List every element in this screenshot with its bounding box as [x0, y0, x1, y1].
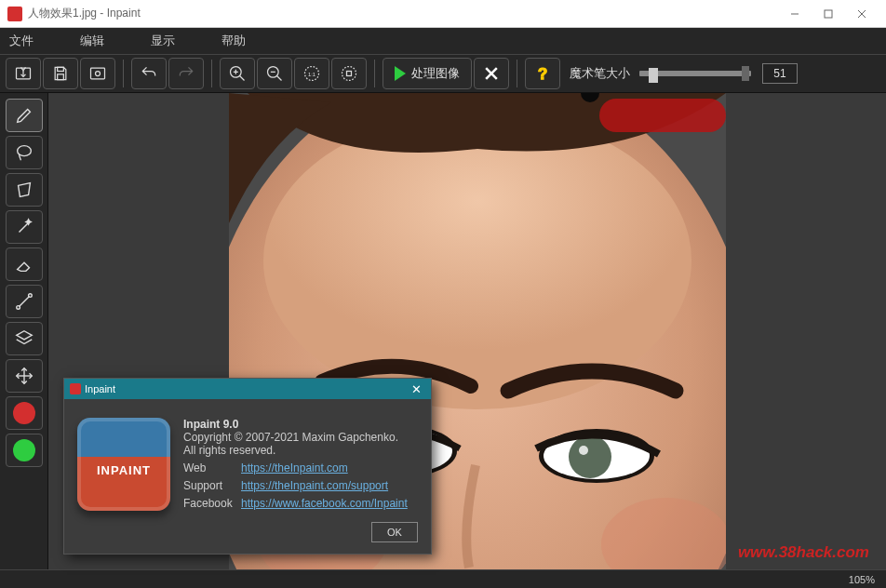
- about-ok-button[interactable]: OK: [371, 522, 418, 542]
- zoom-level: 105%: [849, 574, 875, 585]
- save-button[interactable]: [43, 58, 78, 89]
- selection-mask: [599, 99, 726, 132]
- eraser-tool[interactable]: [6, 247, 43, 281]
- svg-line-29: [20, 297, 30, 307]
- about-app-icon: [70, 383, 81, 394]
- cancel-button[interactable]: [474, 58, 509, 89]
- process-button[interactable]: 处理图像: [383, 58, 472, 89]
- svg-rect-7: [58, 74, 64, 80]
- statusbar: 105%: [0, 569, 886, 588]
- zoom-actual-button[interactable]: 1:1: [294, 58, 329, 89]
- web-label: Web: [183, 461, 241, 474]
- zoom-out-button[interactable]: [257, 58, 292, 89]
- zoom-fit-button[interactable]: [331, 58, 367, 89]
- magic-wand-tool[interactable]: [6, 210, 43, 244]
- maximize-button[interactable]: [812, 0, 845, 28]
- about-dialog: Inpaint ✕ INPAINT Inpaint 9.0 Copyright …: [63, 378, 432, 555]
- svg-line-11: [240, 76, 245, 81]
- svg-rect-8: [91, 68, 105, 79]
- close-button[interactable]: [845, 0, 879, 28]
- svg-point-35: [263, 112, 691, 409]
- about-logo: INPAINT: [77, 418, 170, 511]
- polygon-tool[interactable]: [6, 173, 43, 207]
- menu-view[interactable]: 显示: [151, 33, 175, 49]
- undo-button[interactable]: [131, 58, 167, 89]
- slider-label: 魔术笔大小: [570, 65, 630, 82]
- menubar: 文件 编辑 显示 帮助: [0, 28, 886, 54]
- line-tool[interactable]: [6, 285, 43, 318]
- watermark: www.38hack.com: [738, 543, 869, 562]
- about-titlebar[interactable]: Inpaint ✕: [64, 379, 431, 399]
- lasso-tool[interactable]: [6, 136, 43, 169]
- about-title: Inpaint: [85, 383, 407, 394]
- svg-rect-6: [58, 67, 64, 71]
- menu-file[interactable]: 文件: [9, 33, 34, 49]
- web-link[interactable]: https://theInpaint.com: [241, 461, 348, 474]
- svg-rect-20: [347, 72, 352, 76]
- support-label: Support: [183, 479, 241, 492]
- menu-help[interactable]: 帮助: [222, 33, 246, 49]
- svg-text:?: ?: [538, 65, 547, 83]
- about-info: Inpaint 9.0 Copyright © 2007-2021 Maxim …: [183, 418, 418, 511]
- svg-marker-30: [17, 331, 33, 340]
- process-label: 处理图像: [411, 65, 460, 82]
- app-icon: [7, 7, 22, 21]
- minimize-button[interactable]: [778, 0, 812, 28]
- green-mask-button[interactable]: [6, 434, 43, 467]
- svg-rect-1: [825, 10, 832, 18]
- svg-line-15: [277, 76, 282, 81]
- about-rights: All rights reserved.: [183, 444, 418, 457]
- sidebar: [0, 93, 48, 569]
- brush-size-input[interactable]: [762, 63, 798, 84]
- svg-point-19: [342, 67, 356, 81]
- svg-point-45: [579, 446, 588, 455]
- svg-point-9: [96, 72, 101, 76]
- red-mask-button[interactable]: [6, 396, 43, 430]
- facebook-link[interactable]: https://www.facebook.com/Inpaint: [241, 497, 408, 510]
- move-tool[interactable]: [6, 359, 43, 393]
- layers-tool[interactable]: [6, 322, 43, 355]
- titlebar: 人物效果1.jpg - Inpaint: [0, 0, 886, 28]
- svg-point-43: [569, 435, 611, 478]
- about-close-button[interactable]: ✕: [407, 382, 425, 396]
- support-link[interactable]: https://theInpaint.com/support: [241, 479, 388, 492]
- svg-text:1:1: 1:1: [308, 72, 315, 77]
- preview-button[interactable]: [80, 58, 115, 89]
- window-title: 人物效果1.jpg - Inpaint: [28, 6, 778, 21]
- about-copyright: Copyright © 2007-2021 Maxim Gapchenko.: [183, 431, 418, 444]
- facebook-label: Facebook: [183, 497, 241, 510]
- open-button[interactable]: [6, 58, 41, 89]
- about-heading: Inpaint 9.0: [183, 418, 418, 431]
- brush-size-slider[interactable]: [639, 71, 751, 76]
- zoom-in-button[interactable]: [220, 58, 255, 89]
- help-button[interactable]: ?: [525, 58, 560, 89]
- play-icon: [395, 66, 406, 81]
- redo-button[interactable]: [168, 58, 204, 89]
- svg-marker-25: [19, 183, 31, 197]
- menu-edit[interactable]: 编辑: [80, 33, 104, 49]
- toolbar: 1:1 处理图像 ? 魔术笔大小: [0, 54, 886, 93]
- marker-tool[interactable]: [6, 99, 43, 132]
